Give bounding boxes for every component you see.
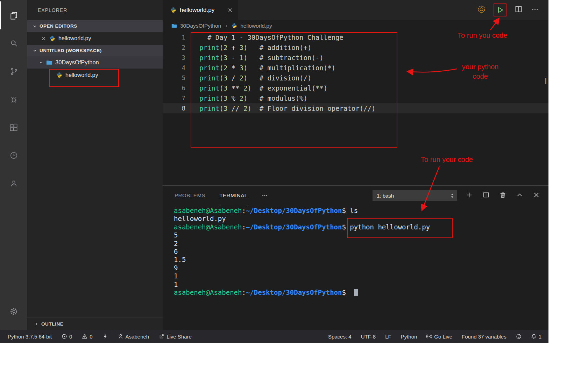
chevron-up-button[interactable]	[516, 191, 523, 200]
run-icon	[496, 6, 504, 14]
activity-bar	[0, 0, 27, 330]
status-spaces-4[interactable]: Spaces: 4	[328, 334, 352, 340]
code-editor[interactable]: 1 # Day 1 - 30DaysOfPython Challenge2pri…	[163, 32, 548, 185]
terminal-cursor	[354, 289, 358, 296]
python-icon	[49, 35, 55, 41]
workspace-files: helloworld.py	[27, 69, 163, 81]
code-line[interactable]: 2print(2 + 3) # addition(+)	[163, 42, 548, 52]
add-icon	[466, 191, 473, 199]
files-icon	[9, 11, 19, 20]
close-icon	[41, 36, 46, 41]
activity-settings-gear[interactable]	[0, 297, 27, 325]
code-line[interactable]: 3print(3 - 1) # subtraction(-)	[163, 52, 548, 63]
code-line[interactable]: 7print(3 % 2) # modulus(%)	[163, 93, 548, 103]
python-icon	[170, 7, 176, 13]
breadcrumb-file[interactable]: helloworld.py	[240, 23, 272, 29]
more-actions-button[interactable]	[531, 5, 539, 15]
terminal-prompt-line: asabeneh@Asabeneh:~/Desktop/30DaysOfPyth…	[174, 207, 548, 215]
shell-select-value: 1: bash	[377, 193, 394, 199]
code-text: print(3 // 2) # Floor division operator(…	[185, 105, 375, 112]
status-smiley[interactable]	[516, 334, 522, 339]
status-label: 0	[90, 334, 92, 340]
add-button[interactable]	[466, 191, 473, 200]
status-found-37-variables[interactable]: Found 37 variables	[462, 334, 506, 340]
activity-extensions[interactable]	[0, 113, 27, 141]
chevron-down-icon	[33, 24, 37, 28]
status-error[interactable]: 0	[62, 334, 72, 340]
timer-icon	[477, 5, 486, 14]
open-editor-item[interactable]: helloworld.py	[27, 32, 163, 45]
code-text: # Day 1 - 30DaysOfPython Challenge	[185, 34, 343, 41]
activity-history[interactable]	[0, 141, 27, 169]
timer-button[interactable]	[477, 5, 486, 15]
run-button[interactable]	[494, 3, 506, 16]
terminal-shell-select[interactable]: 1: bash	[373, 190, 457, 201]
tab-problems[interactable]: PROBLEMS	[174, 186, 206, 205]
status-warning[interactable]: 0	[82, 334, 92, 340]
folder-icon	[171, 23, 177, 29]
chevron-up-icon	[516, 191, 523, 199]
status-label: Go Live	[434, 334, 452, 340]
status-lf[interactable]: LF	[385, 334, 391, 340]
activity-live-share[interactable]	[0, 169, 27, 197]
workspace-header[interactable]: UNTITLED (WORKSPACE)	[27, 45, 163, 56]
line-number: 1	[163, 34, 185, 41]
more-actions-icon[interactable]	[261, 192, 269, 199]
close-icon[interactable]	[227, 7, 233, 13]
terminal-output-line: 1.5	[174, 256, 548, 264]
code-line[interactable]: 8print(3 // 2) # Floor division operator…	[163, 103, 548, 113]
activity-search[interactable]	[0, 29, 27, 57]
tab-helloworld[interactable]: helloworld.py	[163, 0, 238, 20]
tree-file-helloworld-py[interactable]: helloworld.py	[27, 69, 163, 81]
tab-title: helloworld.py	[180, 7, 214, 14]
status-label: LF	[385, 334, 391, 340]
terminal[interactable]: asabeneh@Asabeneh:~/Desktop/30DaysOfPyth…	[163, 205, 548, 330]
status-utf-8[interactable]: UTF-8	[361, 334, 376, 340]
prompt-path: ~/Desktop/30DaysOfPython	[246, 207, 342, 214]
status-python-3-7-5-64-bit[interactable]: Python 3.7.5 64-bit	[8, 334, 52, 340]
close-button[interactable]	[533, 191, 540, 200]
split-editor-button[interactable]	[514, 5, 523, 15]
folder-30daysofpython[interactable]: 30DaysOfPython	[27, 56, 163, 69]
folder-label: 30DaysOfPython	[55, 59, 99, 66]
activity-debug[interactable]	[0, 85, 27, 113]
prompt-user: asabeneh@Asabeneh	[174, 223, 242, 231]
tab-terminal[interactable]: TERMINAL	[219, 186, 248, 205]
panel-header: PROBLEMS TERMINAL 1: bash	[163, 186, 548, 205]
prompt-colon: :	[242, 207, 246, 214]
prompt-dollar: $	[342, 207, 350, 214]
breadcrumb-folder[interactable]: 30DaysOfPython	[180, 23, 221, 29]
code-text: print(3 / 2) # division(/)	[185, 74, 311, 82]
terminal-output-line: 5	[174, 231, 548, 239]
status-python[interactable]: Python	[401, 334, 417, 340]
status-share[interactable]: Live Share	[159, 334, 192, 340]
outline-section[interactable]: OUTLINE	[27, 318, 163, 330]
status-lightning[interactable]	[102, 334, 108, 339]
prompt-path: ~/Desktop/30DaysOfPython	[246, 289, 342, 296]
editor-column: helloworld.py 30DaysOfPython helloworld.…	[163, 0, 548, 330]
code-line[interactable]: 6print(3 ** 2) # exponential(**)	[163, 83, 548, 93]
code-text: print(3 ** 2) # exponential(**)	[185, 84, 327, 92]
split-editor-button[interactable]	[482, 191, 490, 200]
trash-icon	[499, 191, 506, 199]
code-text: print(3 - 1) # subtraction(-)	[185, 54, 324, 62]
bell-icon	[531, 334, 537, 339]
trash-button[interactable]	[499, 191, 506, 200]
chevron-down-icon	[33, 48, 37, 53]
activity-items	[0, 1, 27, 197]
open-editor-file-name: helloworld.py	[58, 35, 91, 42]
status-bell[interactable]: 1	[531, 334, 541, 340]
status-person[interactable]: Asabeneh	[118, 334, 149, 340]
search-icon	[9, 39, 19, 48]
activity-source-control[interactable]	[0, 57, 27, 85]
status-label: Python	[401, 334, 417, 340]
activity-files[interactable]	[0, 1, 27, 29]
line-number: 4	[163, 64, 185, 71]
panel-actions	[466, 191, 540, 200]
close-icon	[533, 191, 540, 199]
annotation-run-top: To run you code	[458, 31, 507, 40]
status-broadcast[interactable]: Go Live	[426, 334, 452, 340]
code-text: print(2 * 3) # multiplication(*)	[185, 64, 335, 72]
open-editors-header[interactable]: OPEN EDITORS	[27, 20, 163, 32]
status-label: 1	[539, 334, 541, 340]
